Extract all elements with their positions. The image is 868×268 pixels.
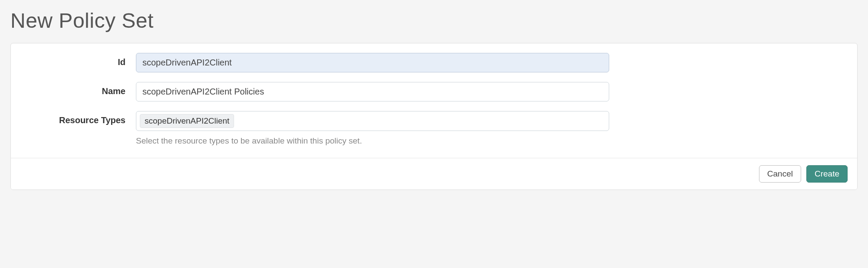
resource-type-token[interactable]: scopeDrivenAPI2Client (140, 114, 234, 128)
resource-types-field-wrap: scopeDrivenAPI2Client Select the resourc… (136, 111, 609, 146)
cancel-button[interactable]: Cancel (759, 165, 801, 183)
form-row-name: Name (23, 82, 845, 101)
id-input[interactable] (136, 53, 609, 72)
form-row-id: Id (23, 53, 845, 72)
name-input[interactable] (136, 82, 609, 101)
form-row-resource-types: Resource Types scopeDrivenAPI2Client Sel… (23, 111, 845, 146)
form-footer: Cancel Create (11, 158, 857, 190)
page-title: New Policy Set (10, 9, 858, 33)
name-label: Name (23, 82, 136, 96)
form-panel: Id Name Resource Types scopeDrivenAPI2Cl… (10, 43, 858, 190)
resource-types-label: Resource Types (23, 111, 136, 125)
id-field-wrap (136, 53, 609, 72)
create-button[interactable]: Create (806, 165, 848, 183)
name-field-wrap (136, 82, 609, 101)
form-body: Id Name Resource Types scopeDrivenAPI2Cl… (11, 43, 857, 158)
resource-types-input[interactable]: scopeDrivenAPI2Client (136, 111, 609, 131)
id-label: Id (23, 53, 136, 67)
resource-types-help: Select the resource types to be availabl… (136, 136, 609, 146)
